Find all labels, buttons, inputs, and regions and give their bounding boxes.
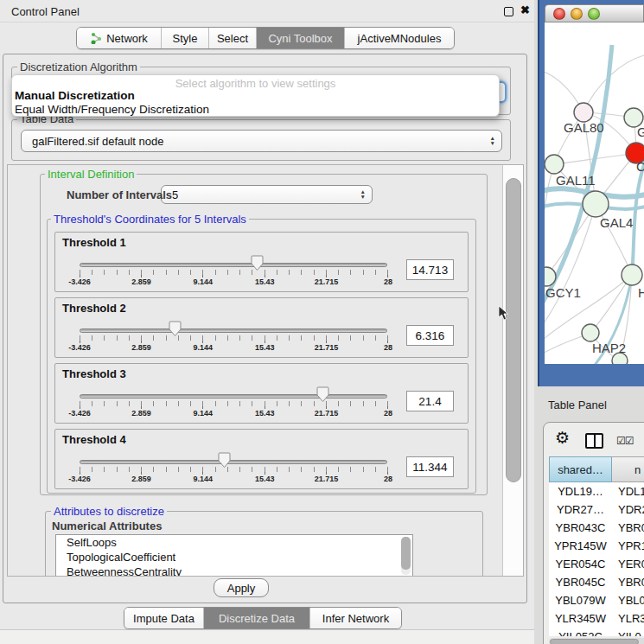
network-nodes[interactable] xyxy=(545,103,644,364)
control-panel-window: Control Panel ✖ Network Style Select Cyn… xyxy=(0,0,534,644)
tab-style[interactable]: Style xyxy=(161,28,208,48)
node-label: GAL80 xyxy=(564,120,604,135)
threshold-4-panel: Threshold 4 -3.4262.8599.14415.4321.7152… xyxy=(54,429,469,489)
threshold-3-value-field[interactable]: 21.4 xyxy=(406,391,454,411)
table-row[interactable]: YPR145WYPR1 xyxy=(549,537,644,555)
threshold-3-tick-labels: -3.4262.8599.14415.4321.71528 xyxy=(80,409,388,419)
number-of-intervals-label: Number of Intervals xyxy=(64,188,175,201)
cyni-bottom-tab-bar: Impute Data Discretize Data Infer Networ… xyxy=(124,607,402,629)
zoom-traffic-light-icon[interactable] xyxy=(588,8,600,20)
popup-item-manual-discretization[interactable]: Manual Discretization xyxy=(15,89,135,102)
table-row[interactable]: YBR045CYBR0 xyxy=(549,573,644,591)
tab-discretize-data[interactable]: Discretize Data xyxy=(203,608,309,628)
tab-select[interactable]: Select xyxy=(208,28,256,48)
threshold-1-slider-track[interactable] xyxy=(80,263,387,267)
threshold-4-slider-thumb[interactable] xyxy=(218,452,231,469)
threshold-1-label: Threshold 1 xyxy=(62,236,126,249)
numerical-attributes-list[interactable]: SelfLoops TopologicalCoefficient Between… xyxy=(55,534,413,577)
node-label: GCY1 xyxy=(545,285,581,300)
list-scrollbar[interactable] xyxy=(401,537,411,575)
node-label: HAP2 xyxy=(592,341,626,355)
network-canvas[interactable]: GAL80 GA C GAL11 GAL4 GCY1 H HAP2 xyxy=(545,22,644,364)
threshold-3-slider-thumb[interactable] xyxy=(316,386,329,403)
tab-network[interactable]: Network xyxy=(77,28,161,48)
settings-scroll-viewport: Interval Definition Number of Intervals … xyxy=(7,164,524,577)
threshold-2-value-field[interactable]: 6.316 xyxy=(406,325,454,346)
table-row[interactable]: YDL19…YDL1 xyxy=(549,482,644,501)
table-header-row: shared… n xyxy=(549,456,644,482)
tab-network-label: Network xyxy=(106,32,148,45)
scrollbar-thumb[interactable] xyxy=(550,639,639,644)
column-header-shared[interactable]: shared… xyxy=(549,456,612,482)
mouse-cursor xyxy=(498,305,509,322)
threshold-1-value-field[interactable]: 14.713 xyxy=(406,259,454,280)
network-window-titlebar[interactable] xyxy=(545,4,644,22)
table-data-combobox[interactable]: galFiltered.sif default node ▲▼ xyxy=(21,130,502,152)
number-of-intervals-spinner[interactable]: 5 ▲▼ xyxy=(161,185,373,204)
table-horizontal-scrollbar[interactable] xyxy=(549,638,644,644)
panel-vertical-scrollbar[interactable] xyxy=(502,165,524,577)
table-row[interactable]: YLR345WYLR3 xyxy=(549,609,644,628)
threshold-2-slider-thumb[interactable] xyxy=(169,321,182,337)
node-label: C xyxy=(636,159,644,174)
interval-definition-title: Interval Definition xyxy=(45,168,137,181)
ruler-minor-ticks xyxy=(80,270,388,275)
float-window-icon[interactable] xyxy=(504,7,513,16)
scrollbar-thumb[interactable] xyxy=(506,178,521,482)
numerical-attributes-label: Numerical Attributes xyxy=(49,520,164,532)
control-panel-titlebar: Control Panel ✖ xyxy=(0,0,534,22)
node-label: GAL11 xyxy=(556,173,596,188)
network-graph: GAL80 GA C GAL11 GAL4 GCY1 H HAP2 xyxy=(545,22,644,364)
node-label: GA xyxy=(637,124,644,139)
list-item[interactable]: BetweennessCentrality xyxy=(56,564,412,577)
tab-impute-data[interactable]: Impute Data xyxy=(124,608,203,628)
threshold-3-label: Threshold 3 xyxy=(62,367,126,380)
table-data-value: galFiltered.sif default node xyxy=(22,135,163,148)
select-columns-icon[interactable]: ☑☑ xyxy=(616,435,634,447)
column-header-name[interactable]: n xyxy=(612,456,644,482)
table-row[interactable]: YBR043CYBR0 xyxy=(549,519,644,537)
threshold-3-slider-track[interactable] xyxy=(80,394,387,399)
table-row[interactable]: YBL079WYBL0 xyxy=(549,591,644,609)
table-row[interactable]: YER054CYER0 xyxy=(549,555,644,573)
list-item[interactable]: TopologicalCoefficient xyxy=(56,550,412,564)
close-traffic-light-icon[interactable] xyxy=(553,8,565,20)
threshold-1-slider-thumb[interactable] xyxy=(251,255,264,271)
threshold-2-slider-track[interactable] xyxy=(80,328,387,333)
list-item[interactable]: SelfLoops xyxy=(56,535,412,550)
table-row[interactable]: YIL052CYIL0 xyxy=(549,628,644,636)
apply-button[interactable]: Apply xyxy=(214,578,269,597)
tab-cyni-toolbox[interactable]: Cyni Toolbox xyxy=(256,28,344,48)
popup-item-equal-width[interactable]: Equal Width/Frequency Discretization xyxy=(15,103,209,116)
thresholds-group-title: Threshold's Coordinates for 5 Intervals xyxy=(51,213,249,226)
split-columns-icon[interactable] xyxy=(585,433,603,449)
node-gal11 xyxy=(545,155,564,174)
node-hap2 xyxy=(582,324,599,341)
discretization-algorithm-group-title: Discretization Algorithm xyxy=(17,61,140,73)
ruler-minor-ticks xyxy=(80,401,388,406)
close-icon[interactable]: ✖ xyxy=(520,3,530,16)
threshold-2-label: Threshold 2 xyxy=(62,302,126,315)
network-icon xyxy=(90,32,102,44)
tab-infer-network[interactable]: Infer Network xyxy=(309,608,401,628)
threshold-1-panel: Threshold 1 -3.4262.8599.14415.4321.7152… xyxy=(54,232,469,292)
popup-hint: Select algorithm to view settings xyxy=(12,77,499,90)
table-row[interactable]: YDR27…YDR2 xyxy=(549,501,644,519)
threshold-4-value-field[interactable]: 11.344 xyxy=(406,456,454,477)
table-panel: ⚙ ☑☑ shared… n YDL19…YDL1 YDR27…YDR2 YBR… xyxy=(543,422,644,644)
control-panel-tab-bar: Network Style Select Cyni Toolbox jActiv… xyxy=(76,27,455,49)
minimize-traffic-light-icon[interactable] xyxy=(571,8,583,20)
screenshot-root: Control Panel ✖ Network Style Select Cyn… xyxy=(0,0,644,644)
network-view-window: GAL80 GA C GAL11 GAL4 GCY1 H HAP2 xyxy=(538,0,644,386)
attributes-group-title: Attributes to discretize xyxy=(51,505,167,518)
threshold-4-slider-track[interactable] xyxy=(80,460,387,464)
table-body[interactable]: YDL19…YDL1 YDR27…YDR2 YBR043CYBR0 YPR145… xyxy=(549,482,644,636)
threshold-4-tick-labels: -3.4262.8599.14415.4321.71528 xyxy=(80,475,388,485)
tab-jactivemnodules[interactable]: jActiveMNodules xyxy=(344,28,454,48)
control-panel-footer xyxy=(0,629,534,644)
combo-arrows-icon: ▲▼ xyxy=(490,131,495,151)
threshold-3-panel: Threshold 3 -3.4262.8599.14415.4321.7152… xyxy=(54,363,469,424)
ruler-minor-ticks xyxy=(80,467,388,472)
threshold-2-panel: Threshold 2 -3.4262.8599.14415.4321.7152… xyxy=(54,297,469,358)
gear-icon[interactable]: ⚙ xyxy=(555,428,570,448)
